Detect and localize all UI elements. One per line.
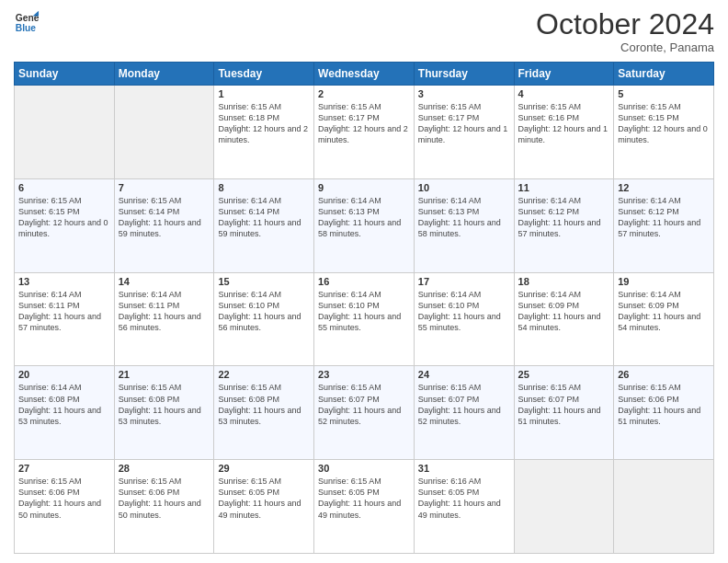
cell-info: Sunrise: 6:14 AMSunset: 6:10 PMDaylight:… — [218, 289, 310, 334]
day-number: 9 — [318, 182, 410, 193]
day-number: 25 — [518, 369, 610, 380]
week-row-1: 1Sunrise: 6:15 AMSunset: 6:18 PMDaylight… — [15, 86, 714, 179]
week-row-3: 13Sunrise: 6:14 AMSunset: 6:11 PMDayligh… — [15, 272, 714, 366]
day-number: 3 — [418, 88, 510, 99]
logo-icon: General Blue — [14, 9, 40, 35]
cell-info: Sunrise: 6:15 AMSunset: 6:06 PMDaylight:… — [18, 476, 110, 521]
cell-info: Sunrise: 6:14 AMSunset: 6:09 PMDaylight:… — [518, 289, 610, 334]
table-row: 6Sunrise: 6:15 AMSunset: 6:15 PMDaylight… — [15, 178, 115, 272]
day-number: 31 — [418, 463, 510, 474]
table-row: 14Sunrise: 6:14 AMSunset: 6:11 PMDayligh… — [114, 272, 214, 366]
cell-info: Sunrise: 6:15 AMSunset: 6:06 PMDaylight:… — [119, 476, 210, 521]
cell-info: Sunrise: 6:15 AMSunset: 6:08 PMDaylight:… — [218, 382, 310, 427]
table-row — [614, 460, 714, 554]
cell-info: Sunrise: 6:14 AMSunset: 6:08 PMDaylight:… — [18, 382, 110, 427]
table-row: 17Sunrise: 6:14 AMSunset: 6:10 PMDayligh… — [414, 272, 514, 366]
day-number: 4 — [518, 88, 610, 99]
week-row-5: 27Sunrise: 6:15 AMSunset: 6:06 PMDayligh… — [15, 460, 714, 554]
cell-info: Sunrise: 6:14 AMSunset: 6:10 PMDaylight:… — [418, 289, 510, 334]
location: Coronte, Panama — [536, 40, 714, 54]
header-thursday: Thursday — [414, 63, 514, 86]
day-number: 24 — [418, 369, 510, 380]
weekday-header-row: Sunday Monday Tuesday Wednesday Thursday… — [15, 63, 714, 86]
day-number: 18 — [518, 276, 610, 287]
day-number: 27 — [18, 463, 110, 474]
day-number: 14 — [119, 276, 210, 287]
calendar-page: General Blue October 2024 Coronte, Panam… — [0, 0, 728, 563]
cell-info: Sunrise: 6:16 AMSunset: 6:05 PMDaylight:… — [418, 476, 510, 521]
table-row: 4Sunrise: 6:15 AMSunset: 6:16 PMDaylight… — [514, 86, 614, 179]
day-number: 26 — [618, 369, 710, 380]
cell-info: Sunrise: 6:14 AMSunset: 6:09 PMDaylight:… — [618, 289, 710, 334]
cell-info: Sunrise: 6:14 AMSunset: 6:12 PMDaylight:… — [618, 195, 710, 240]
table-row: 30Sunrise: 6:15 AMSunset: 6:05 PMDayligh… — [314, 460, 415, 554]
cell-info: Sunrise: 6:15 AMSunset: 6:17 PMDaylight:… — [318, 101, 410, 146]
cell-info: Sunrise: 6:14 AMSunset: 6:13 PMDaylight:… — [418, 195, 510, 240]
day-number: 1 — [218, 88, 310, 99]
table-row: 20Sunrise: 6:14 AMSunset: 6:08 PMDayligh… — [15, 366, 115, 460]
day-number: 7 — [119, 182, 210, 193]
table-row: 11Sunrise: 6:14 AMSunset: 6:12 PMDayligh… — [514, 178, 614, 272]
table-row: 29Sunrise: 6:15 AMSunset: 6:05 PMDayligh… — [214, 460, 314, 554]
cell-info: Sunrise: 6:15 AMSunset: 6:05 PMDaylight:… — [318, 476, 410, 521]
day-number: 11 — [518, 182, 610, 193]
header-saturday: Saturday — [614, 63, 714, 86]
cell-info: Sunrise: 6:14 AMSunset: 6:12 PMDaylight:… — [518, 195, 610, 240]
month-title: October 2024 — [536, 9, 714, 39]
table-row: 3Sunrise: 6:15 AMSunset: 6:17 PMDaylight… — [414, 86, 514, 179]
day-number: 10 — [418, 182, 510, 193]
table-row: 8Sunrise: 6:14 AMSunset: 6:14 PMDaylight… — [214, 178, 314, 272]
cell-info: Sunrise: 6:15 AMSunset: 6:07 PMDaylight:… — [318, 382, 410, 427]
day-number: 5 — [618, 88, 710, 99]
header-sunday: Sunday — [15, 63, 115, 86]
day-number: 13 — [18, 276, 110, 287]
table-row: 19Sunrise: 6:14 AMSunset: 6:09 PMDayligh… — [614, 272, 714, 366]
table-row: 24Sunrise: 6:15 AMSunset: 6:07 PMDayligh… — [414, 366, 514, 460]
header-tuesday: Tuesday — [214, 63, 314, 86]
table-row: 18Sunrise: 6:14 AMSunset: 6:09 PMDayligh… — [514, 272, 614, 366]
svg-text:Blue: Blue — [16, 23, 37, 33]
day-number: 2 — [318, 88, 410, 99]
day-number: 20 — [18, 369, 110, 380]
day-number: 21 — [119, 369, 210, 380]
table-row: 26Sunrise: 6:15 AMSunset: 6:06 PMDayligh… — [614, 366, 714, 460]
table-row: 12Sunrise: 6:14 AMSunset: 6:12 PMDayligh… — [614, 178, 714, 272]
table-row: 28Sunrise: 6:15 AMSunset: 6:06 PMDayligh… — [114, 460, 214, 554]
cell-info: Sunrise: 6:14 AMSunset: 6:11 PMDaylight:… — [119, 289, 210, 334]
table-row: 10Sunrise: 6:14 AMSunset: 6:13 PMDayligh… — [414, 178, 514, 272]
cell-info: Sunrise: 6:15 AMSunset: 6:08 PMDaylight:… — [119, 382, 210, 427]
cell-info: Sunrise: 6:15 AMSunset: 6:15 PMDaylight:… — [18, 195, 110, 240]
table-row — [114, 86, 214, 179]
day-number: 17 — [418, 276, 510, 287]
table-row: 25Sunrise: 6:15 AMSunset: 6:07 PMDayligh… — [514, 366, 614, 460]
week-row-4: 20Sunrise: 6:14 AMSunset: 6:08 PMDayligh… — [15, 366, 714, 460]
cell-info: Sunrise: 6:15 AMSunset: 6:16 PMDaylight:… — [518, 101, 610, 146]
cell-info: Sunrise: 6:15 AMSunset: 6:14 PMDaylight:… — [119, 195, 210, 240]
cell-info: Sunrise: 6:15 AMSunset: 6:07 PMDaylight:… — [518, 382, 610, 427]
table-row: 16Sunrise: 6:14 AMSunset: 6:10 PMDayligh… — [314, 272, 415, 366]
day-number: 15 — [218, 276, 310, 287]
cell-info: Sunrise: 6:15 AMSunset: 6:18 PMDaylight:… — [218, 101, 310, 146]
day-number: 30 — [318, 463, 410, 474]
header: General Blue October 2024 Coronte, Panam… — [14, 9, 714, 54]
calendar-table: Sunday Monday Tuesday Wednesday Thursday… — [14, 62, 714, 554]
cell-info: Sunrise: 6:15 AMSunset: 6:17 PMDaylight:… — [418, 101, 510, 146]
cell-info: Sunrise: 6:14 AMSunset: 6:10 PMDaylight:… — [318, 289, 410, 334]
table-row: 7Sunrise: 6:15 AMSunset: 6:14 PMDaylight… — [114, 178, 214, 272]
week-row-2: 6Sunrise: 6:15 AMSunset: 6:15 PMDaylight… — [15, 178, 714, 272]
table-row: 2Sunrise: 6:15 AMSunset: 6:17 PMDaylight… — [314, 86, 415, 179]
table-row: 22Sunrise: 6:15 AMSunset: 6:08 PMDayligh… — [214, 366, 314, 460]
title-block: October 2024 Coronte, Panama — [536, 9, 714, 54]
day-number: 22 — [218, 369, 310, 380]
cell-info: Sunrise: 6:14 AMSunset: 6:11 PMDaylight:… — [18, 289, 110, 334]
day-number: 8 — [218, 182, 310, 193]
table-row: 15Sunrise: 6:14 AMSunset: 6:10 PMDayligh… — [214, 272, 314, 366]
table-row: 1Sunrise: 6:15 AMSunset: 6:18 PMDaylight… — [214, 86, 314, 179]
table-row — [15, 86, 115, 179]
day-number: 19 — [618, 276, 710, 287]
table-row: 9Sunrise: 6:14 AMSunset: 6:13 PMDaylight… — [314, 178, 415, 272]
header-wednesday: Wednesday — [314, 63, 415, 86]
day-number: 23 — [318, 369, 410, 380]
day-number: 28 — [119, 463, 210, 474]
header-friday: Friday — [514, 63, 614, 86]
